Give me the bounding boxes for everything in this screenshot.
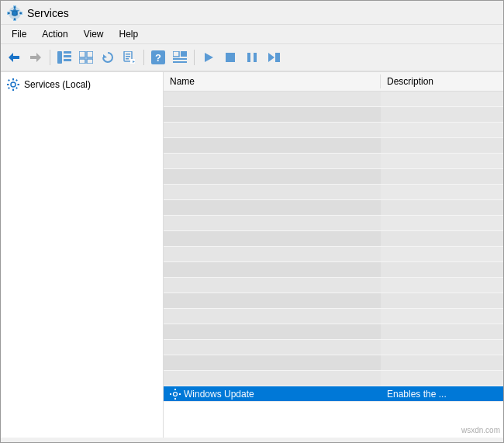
table-row[interactable] xyxy=(164,123,503,138)
svg-point-37 xyxy=(11,82,16,87)
table-row[interactable] xyxy=(164,247,503,262)
svg-rect-12 xyxy=(64,59,71,61)
svg-marker-30 xyxy=(205,53,213,62)
table-row[interactable] xyxy=(164,355,503,371)
menu-bar: File Action View Help xyxy=(1,25,503,44)
services-icon xyxy=(7,5,22,21)
svg-rect-27 xyxy=(181,51,187,57)
description-column-header[interactable]: Description xyxy=(381,74,503,88)
svg-rect-45 xyxy=(16,79,18,81)
svg-rect-13 xyxy=(79,51,85,57)
blurred-rows-container: Windows Update Enables the ... xyxy=(164,92,503,402)
svg-rect-19 xyxy=(126,54,130,55)
name-column-header[interactable]: Name xyxy=(164,74,381,88)
extended-view-button[interactable] xyxy=(76,47,96,67)
menu-view[interactable]: View xyxy=(76,26,112,42)
svg-rect-49 xyxy=(170,393,171,395)
gear-icon xyxy=(7,78,19,91)
services-local-item[interactable]: Services (Local) xyxy=(1,75,163,94)
table-row[interactable] xyxy=(164,262,503,278)
svg-rect-4 xyxy=(14,18,16,20)
table-row[interactable] xyxy=(164,231,503,247)
selected-row-name: Windows Update xyxy=(184,389,254,400)
view-mode-button[interactable] xyxy=(170,47,190,67)
restart-button[interactable] xyxy=(264,47,284,67)
svg-rect-44 xyxy=(8,87,10,89)
svg-rect-40 xyxy=(7,84,9,85)
svg-marker-7 xyxy=(9,53,19,62)
svg-rect-42 xyxy=(8,79,10,81)
table-row[interactable] xyxy=(164,200,503,216)
svg-rect-43 xyxy=(16,87,18,89)
table-row[interactable] xyxy=(164,340,503,355)
svg-rect-9 xyxy=(57,51,62,64)
svg-rect-35 xyxy=(275,53,278,62)
main-content: Services (Local) Name Description xyxy=(1,72,503,438)
windows-update-row[interactable]: Windows Update Enables the ... xyxy=(164,386,503,402)
watermark: wsxdn.com xyxy=(461,426,500,434)
play-button[interactable] xyxy=(198,47,219,67)
standard-view-button[interactable] xyxy=(54,47,74,67)
refresh-button[interactable] xyxy=(98,47,118,67)
table-row[interactable] xyxy=(164,324,503,340)
svg-marker-8 xyxy=(30,53,41,62)
table-row[interactable] xyxy=(164,169,503,185)
table-row[interactable] xyxy=(164,107,503,123)
separator-3 xyxy=(194,50,195,65)
title-bar: Services xyxy=(1,1,503,25)
svg-rect-41 xyxy=(18,84,20,85)
svg-rect-32 xyxy=(247,53,250,62)
table-row[interactable] xyxy=(164,185,503,200)
window-title: Services xyxy=(27,7,69,19)
table-row[interactable] xyxy=(164,216,503,231)
menu-action[interactable]: Action xyxy=(34,26,75,42)
forward-button[interactable] xyxy=(26,47,46,67)
table-row[interactable] xyxy=(164,293,503,309)
separator-2 xyxy=(143,50,144,65)
svg-rect-16 xyxy=(87,59,93,64)
right-panel: Name Description xyxy=(164,72,503,438)
svg-text:?: ? xyxy=(155,52,161,64)
svg-marker-34 xyxy=(268,53,274,62)
selected-row-description: Enables the ... xyxy=(387,389,447,400)
svg-rect-15 xyxy=(79,59,85,64)
svg-rect-10 xyxy=(64,51,71,54)
table-row[interactable] xyxy=(164,154,503,169)
separator-1 xyxy=(50,50,50,65)
table-row[interactable] xyxy=(164,278,503,293)
export-list-button[interactable] xyxy=(119,47,140,67)
table-row[interactable] xyxy=(164,371,503,386)
toolbar: ? xyxy=(1,44,503,72)
svg-point-46 xyxy=(174,392,178,396)
table-row[interactable] xyxy=(164,309,503,324)
table-row[interactable] xyxy=(164,92,503,107)
menu-help[interactable]: Help xyxy=(112,26,147,42)
svg-rect-29 xyxy=(173,61,187,63)
svg-marker-17 xyxy=(103,54,107,58)
svg-rect-26 xyxy=(173,51,179,57)
svg-rect-31 xyxy=(226,53,235,62)
svg-rect-11 xyxy=(64,55,71,57)
svg-rect-50 xyxy=(179,393,181,395)
help-button[interactable]: ? xyxy=(148,47,168,67)
table-row[interactable] xyxy=(164,138,503,154)
back-button[interactable] xyxy=(4,47,24,67)
stop-button[interactable] xyxy=(220,47,240,67)
svg-rect-21 xyxy=(126,58,129,60)
pause-button[interactable] xyxy=(242,47,262,67)
services-local-label: Services (Local) xyxy=(24,79,91,90)
svg-rect-3 xyxy=(14,6,16,9)
svg-rect-39 xyxy=(12,89,14,92)
menu-file[interactable]: File xyxy=(4,26,34,42)
gear-icon xyxy=(170,389,181,400)
svg-rect-38 xyxy=(12,78,14,81)
svg-rect-47 xyxy=(174,389,176,390)
svg-rect-28 xyxy=(173,58,187,60)
svg-rect-14 xyxy=(87,51,93,57)
svg-rect-5 xyxy=(8,12,10,14)
svg-rect-48 xyxy=(174,398,176,400)
column-headers: Name Description xyxy=(164,72,503,92)
svg-rect-33 xyxy=(254,53,257,62)
left-panel: Services (Local) xyxy=(1,72,164,438)
svg-marker-36 xyxy=(278,53,280,62)
